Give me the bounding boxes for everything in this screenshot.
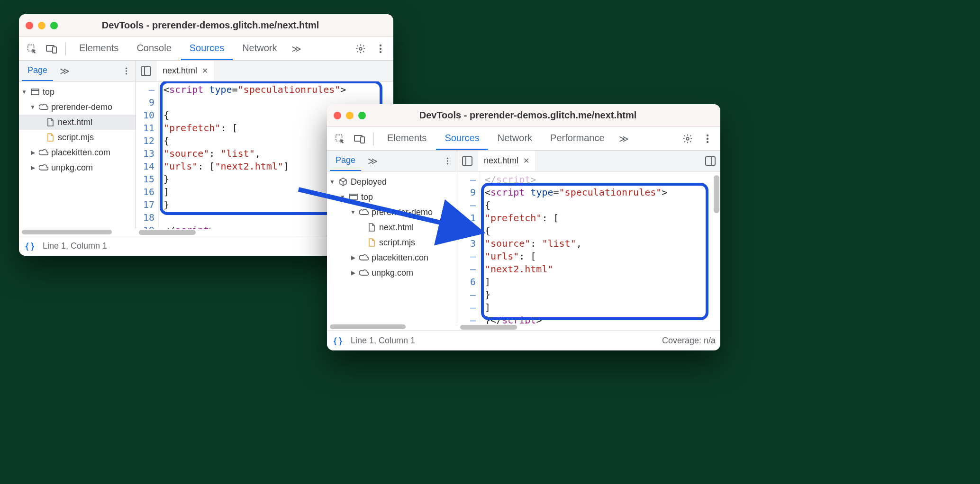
- svg-point-9: [125, 73, 127, 74]
- frame-icon: [30, 87, 40, 97]
- tab-elements[interactable]: Elements: [71, 37, 127, 60]
- status-bar: Line 1, Column 1 Coverage: n/a: [327, 331, 720, 350]
- tab-performance[interactable]: Performance: [542, 127, 613, 150]
- panel-tabs: Elements Sources Network Performance ≫: [379, 127, 634, 150]
- pretty-print-icon[interactable]: [24, 237, 36, 255]
- js-file-icon: [45, 133, 55, 142]
- zoom-window-button[interactable]: [358, 112, 366, 119]
- svg-rect-17: [361, 137, 364, 143]
- window-title: DevTools - prerender-demos.glitch.me/nex…: [63, 20, 358, 31]
- subtab-page[interactable]: Page: [22, 61, 53, 81]
- svg-point-20: [707, 137, 708, 139]
- close-window-button[interactable]: [26, 22, 33, 29]
- navigator-horizontal-scrollbar[interactable]: [19, 228, 136, 236]
- toggle-navigator-icon[interactable]: [139, 62, 153, 80]
- svg-point-5: [380, 47, 381, 49]
- cloud-icon: [39, 163, 48, 172]
- settings-gear-icon[interactable]: [352, 40, 370, 58]
- tree-file-next-html[interactable]: next.html: [19, 115, 136, 130]
- window-controls: [334, 112, 366, 119]
- file-navigator[interactable]: ▼ top ▼ prerender-demo next.html script.…: [19, 81, 136, 236]
- kebab-menu-icon[interactable]: [699, 130, 717, 148]
- file-tab-next-html[interactable]: next.html ✕: [478, 151, 535, 171]
- toggle-debugger-icon[interactable]: [703, 152, 717, 170]
- file-icon: [45, 117, 55, 127]
- navigator-kebab-icon[interactable]: [441, 152, 454, 170]
- file-tab-label: next.html: [484, 156, 518, 166]
- line-gutter: – 9 10 11 12 13 14 15 16 17 18 19 –: [136, 81, 159, 229]
- tab-console[interactable]: Console: [128, 37, 180, 60]
- tab-network[interactable]: Network: [489, 127, 541, 150]
- zoom-window-button[interactable]: [50, 22, 58, 29]
- tree-top-frame[interactable]: ▼ top: [19, 84, 136, 99]
- svg-point-19: [707, 134, 708, 136]
- sources-subbar: Page ≫ next.html ✕: [327, 151, 720, 171]
- svg-rect-25: [463, 157, 472, 165]
- toolbar-divider: [65, 42, 66, 55]
- inspect-element-icon[interactable]: [23, 40, 41, 58]
- svg-point-8: [125, 70, 127, 72]
- tree-label: unpkg.com: [51, 163, 93, 173]
- tree-placekitten[interactable]: ▶ placekitten.con: [327, 250, 457, 265]
- editor-vertical-scrollbar[interactable]: [713, 171, 719, 324]
- more-tabs-chevron-icon[interactable]: ≫: [614, 127, 634, 150]
- svg-rect-2: [53, 47, 56, 53]
- device-toolbar-icon[interactable]: [43, 40, 61, 58]
- sources-subbar: Page ≫ next.html ✕: [19, 61, 393, 81]
- main-toolbar: Elements Sources Network Performance ≫: [327, 127, 720, 151]
- tree-domain[interactable]: ▼ prerender-demo: [19, 99, 136, 115]
- svg-line-14: [299, 189, 481, 232]
- svg-rect-27: [706, 157, 715, 165]
- pretty-print-icon[interactable]: [332, 332, 344, 350]
- svg-point-24: [446, 163, 448, 164]
- tab-sources[interactable]: Sources: [436, 127, 488, 150]
- code-editor[interactable]: – 9 – 1 – 3 – – 6 – – – 20 </script>: [457, 171, 720, 331]
- cloud-icon: [39, 148, 48, 157]
- svg-point-6: [380, 51, 381, 53]
- svg-point-7: [125, 67, 127, 69]
- navigator-horizontal-scrollbar[interactable]: [327, 323, 457, 331]
- cursor-position: Line 1, Column 1: [43, 241, 107, 251]
- navigator-kebab-icon[interactable]: [119, 62, 133, 80]
- tab-network[interactable]: Network: [234, 37, 285, 60]
- close-tab-icon[interactable]: ✕: [523, 156, 529, 165]
- navigator-tabs: Page ≫: [327, 151, 457, 171]
- titlebar: DevTools - prerender-demos.glitch.me/nex…: [327, 104, 720, 127]
- minimize-window-button[interactable]: [38, 22, 45, 29]
- svg-point-21: [707, 141, 708, 143]
- cloud-icon: [359, 253, 369, 262]
- settings-gear-icon[interactable]: [679, 130, 697, 148]
- inspect-element-icon[interactable]: [331, 130, 349, 148]
- tree-label: prerender-demo: [51, 102, 112, 112]
- svg-point-3: [359, 47, 362, 50]
- editor-horizontal-scrollbar[interactable]: [457, 324, 720, 331]
- subtab-page[interactable]: Page: [330, 151, 361, 171]
- file-tab-next-html[interactable]: next.html ✕: [157, 61, 214, 81]
- device-toolbar-icon[interactable]: [351, 130, 369, 148]
- tree-label: unpkg.com: [372, 268, 413, 278]
- navigator-more-chevron-icon[interactable]: ≫: [55, 65, 74, 77]
- tree-file-script-mjs[interactable]: script.mjs: [19, 130, 136, 145]
- more-tabs-chevron-icon[interactable]: ≫: [287, 37, 306, 60]
- tab-sources[interactable]: Sources: [181, 37, 233, 60]
- window-controls: [26, 22, 58, 29]
- cursor-position: Line 1, Column 1: [351, 336, 415, 346]
- tab-elements[interactable]: Elements: [379, 127, 435, 150]
- svg-point-22: [446, 157, 448, 159]
- navigator-more-chevron-icon[interactable]: ≫: [363, 155, 382, 167]
- tree-unpkg[interactable]: ▶ unpkg.com: [327, 265, 457, 280]
- toggle-navigator-icon[interactable]: [460, 152, 474, 170]
- tree-placekitten[interactable]: ▶ placekitten.com: [19, 145, 136, 160]
- tree-label: placekitten.com: [51, 148, 110, 158]
- coverage-label[interactable]: Coverage: n/a: [662, 336, 716, 346]
- cloud-icon: [39, 102, 48, 112]
- svg-point-18: [686, 137, 689, 140]
- tree-unpkg[interactable]: ▶ unpkg.com: [19, 160, 136, 175]
- close-tab-icon[interactable]: ✕: [202, 66, 208, 75]
- svg-point-4: [380, 44, 381, 46]
- kebab-menu-icon[interactable]: [372, 40, 390, 58]
- code-content[interactable]: </script> <script type="speculationrules…: [480, 171, 720, 324]
- minimize-window-button[interactable]: [346, 112, 354, 119]
- svg-rect-12: [31, 89, 39, 95]
- close-window-button[interactable]: [334, 112, 341, 119]
